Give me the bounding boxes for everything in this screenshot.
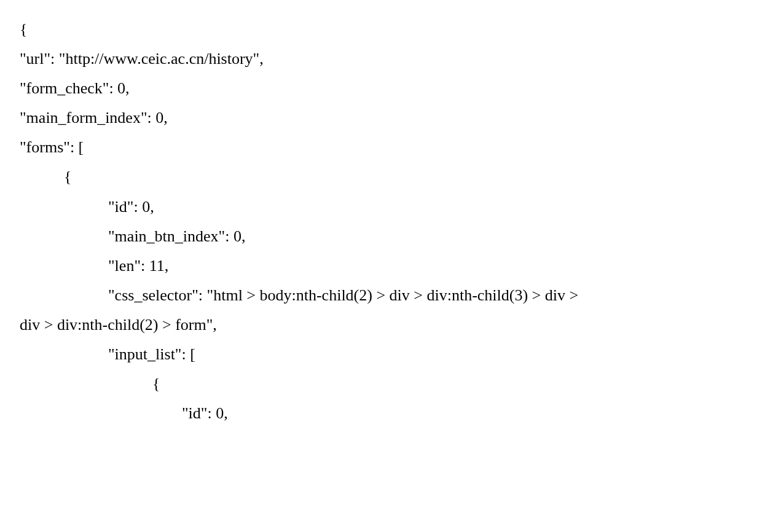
code-line-css-sel-a: "css_selector": "html > body:nth-child(2… [20,281,742,310]
code-line-main-form-idx: "main_form_index": 0, [20,103,742,133]
code-line-input-id: "id": 0, [20,399,742,428]
code-line-len: "len": 11, [20,251,742,281]
code-line-form-check: "form_check": 0, [20,74,742,103]
code-line-id: "id": 0, [20,192,742,222]
code-line-input-list: "input_list": [ [20,340,742,369]
code-line-url: "url": "http://www.ceic.ac.cn/history", [20,44,742,74]
code-line-form-brace: { [20,162,742,192]
code-line-open-brace: { [20,15,742,44]
code-line-forms-open: "forms": [ [20,133,742,162]
code-line-input-brace: { [20,369,742,399]
code-line-main-btn: "main_btn_index": 0, [20,222,742,251]
code-line-css-sel-b: div > div:nth-child(2) > form", [20,310,742,340]
